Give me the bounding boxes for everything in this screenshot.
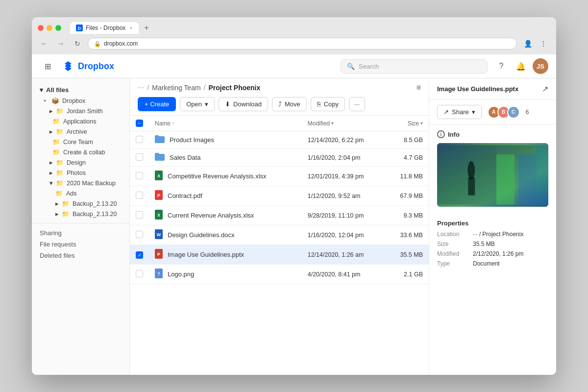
file-type-icon: P [155, 249, 163, 260]
th-size[interactable]: Size ▾ [386, 116, 429, 131]
table-row[interactable]: XCurrent Revenue Analysis.xlsx9/28/2019,… [130, 206, 429, 225]
user-avatar[interactable]: JS [533, 58, 548, 74]
more-button[interactable]: ··· [349, 97, 365, 111]
row-checkbox[interactable]: ✓ [136, 251, 143, 259]
tab-close-button[interactable]: × [130, 25, 133, 31]
sidebar-file-requests[interactable]: File requests [32, 239, 129, 250]
sidebar-item-design[interactable]: ▸ 📁 Design [34, 157, 127, 168]
sidebar-item-jordan-smith[interactable]: ▸ 📁 Jordan Smith [34, 106, 127, 116]
svg-text:X: X [157, 213, 160, 218]
folder-icon: 📁 [56, 107, 64, 115]
sidebar-all-files[interactable]: ▾ All files [32, 84, 129, 96]
sidebar-item-create-collab[interactable]: 📁 Create & collab [34, 147, 127, 157]
backup1-label: Backup_2.13.20 [73, 200, 117, 207]
view-toggle-button[interactable]: ≡ [416, 83, 421, 92]
copy-button[interactable]: ⎘ Copy [311, 97, 345, 111]
file-table-container: − Name ↑ Modifi [130, 116, 429, 375]
address-bar[interactable]: 🔒 dropbox.com [88, 38, 517, 49]
sidebar-item-backup2[interactable]: ▸ 📁 Backup_2.13.20 [34, 209, 127, 219]
table-row[interactable]: XCompetitive Revenue Analysis.xlsx12/01/… [130, 167, 429, 186]
breadcrumb-dots[interactable]: ··· [138, 83, 144, 92]
dropbox-logo[interactable]: Dropbox [61, 59, 114, 73]
file-area: ··· / Marketing Team / Project Phoenix ≡… [130, 78, 429, 375]
row-checkbox[interactable] [136, 136, 143, 143]
row-checkbox[interactable] [136, 153, 143, 161]
file-name-cell: WDesign Guidelines.docx [155, 229, 296, 241]
grid-menu-button[interactable]: ⊞ [40, 58, 55, 74]
table-row[interactable]: PContract.pdf1/12/2020, 9:52 am67.9 MB [130, 186, 429, 206]
th-modified[interactable]: Modified ▾ [302, 116, 386, 131]
account-button[interactable]: 👤 [521, 37, 535, 50]
back-button[interactable]: ← [38, 37, 50, 50]
sidebar-deleted-files[interactable]: Deleted files [32, 250, 129, 261]
svg-text:?: ? [157, 271, 160, 276]
create-button[interactable]: + Create [138, 97, 176, 111]
table-row[interactable]: Product Images12/14/2020, 6:22 pm8.5 GB [130, 131, 429, 149]
file-name-cell: Product Images [155, 135, 296, 145]
move-button[interactable]: ⤴ Move [272, 97, 307, 111]
close-button[interactable] [38, 25, 44, 31]
breadcrumb-sep1: / [147, 84, 149, 92]
sidebar-item-applications[interactable]: 📁 Applications [34, 116, 127, 126]
copy-label: Copy [324, 100, 339, 108]
row-checkbox[interactable] [136, 231, 143, 238]
table-row[interactable]: Sales Data1/16/2020, 2:04 pm4.7 GB [130, 149, 429, 167]
maximize-button[interactable] [55, 25, 61, 31]
sidebar-item-photos[interactable]: ▸ 📁 Photos [34, 168, 127, 178]
file-size: 9.3 MB [386, 206, 429, 225]
table-row[interactable]: ✓PImage Use Guidelines.pptx12/14/2020, 1… [130, 245, 429, 265]
sidebar-sharing[interactable]: Sharing [32, 227, 129, 239]
select-all-checkbox[interactable]: − [136, 120, 143, 127]
file-name-text: Logo.png [168, 270, 194, 278]
svg-rect-18 [518, 154, 537, 204]
sidebar-item-dropbox[interactable]: ▾ 📦 Dropbox [34, 96, 127, 106]
sidebar-item-ads[interactable]: 📁 Ads [34, 188, 127, 198]
row-checkbox[interactable] [136, 192, 143, 199]
th-checkbox[interactable]: − [130, 116, 149, 131]
property-type-row: Type Document [437, 260, 548, 267]
table-row[interactable]: ?Logo.png4/20/2020, 8:41 pm2.1 GB [130, 265, 429, 284]
refresh-button[interactable]: ↻ [71, 37, 84, 50]
property-location-row: Location ··· / Project Phoenix [437, 231, 548, 238]
file-modified: 1/16/2020, 2:04 pm [302, 149, 386, 167]
notifications-button[interactable]: 🔔 [513, 58, 529, 74]
download-button[interactable]: ⬇ Download [219, 97, 268, 111]
svg-text:X: X [157, 173, 160, 178]
active-tab[interactable]: D Files - Dropbox × [70, 22, 139, 34]
create-collab-label: Create & collab [63, 149, 105, 156]
sidebar-item-backup1[interactable]: ▸ 📁 Backup_2.13.20 [34, 198, 127, 209]
lock-icon: 🔒 [94, 41, 101, 47]
share-button[interactable]: ↗ Share ▾ [437, 105, 482, 119]
search-bar[interactable]: 🔍 Search [341, 59, 488, 74]
copy-icon: ⎘ [317, 100, 321, 108]
sidebar-item-archive[interactable]: ▸ 📁 Archive [34, 126, 127, 137]
file-size: 11.8 MB [386, 167, 429, 186]
sidebar-item-core-team[interactable]: 📁 Core Team [34, 137, 127, 147]
expand-panel-button[interactable]: ↗ [542, 84, 548, 94]
minimize-button[interactable] [47, 25, 52, 31]
new-tab-button[interactable]: + [141, 22, 152, 34]
row-checkbox[interactable] [136, 172, 143, 179]
breadcrumb-sep2: / [204, 84, 206, 92]
menu-button[interactable]: ⋮ [537, 37, 550, 50]
help-button[interactable]: ? [493, 58, 509, 74]
download-icon: ⬇ [225, 100, 230, 108]
th-size-label: Size [408, 120, 419, 127]
file-name-text: Sales Data [170, 154, 201, 161]
table-row[interactable]: WDesign Guidelines.docx1/16/2020, 12:04 … [130, 225, 429, 245]
all-files-arrow: ▾ [40, 86, 43, 94]
folder-icon: 📁 [56, 159, 64, 166]
expand-icon: ▸ [49, 107, 53, 115]
row-checkbox[interactable] [136, 270, 143, 277]
search-icon: 🔍 [347, 63, 355, 70]
forward-button[interactable]: → [54, 37, 67, 50]
modified-label: Modified [437, 250, 469, 257]
row-checkbox[interactable] [136, 211, 143, 219]
open-button[interactable]: Open ▾ [180, 97, 215, 111]
file-name-text: Design Guidelines.docx [168, 231, 235, 239]
expand-icon: ▸ [49, 169, 53, 176]
breadcrumb-marketing-team[interactable]: Marketing Team [152, 84, 200, 92]
svg-text:P: P [157, 193, 160, 198]
sidebar-item-mac-backup[interactable]: ▾ 📁 2020 Mac Backup [34, 178, 127, 188]
th-name[interactable]: Name ↑ [149, 116, 302, 131]
